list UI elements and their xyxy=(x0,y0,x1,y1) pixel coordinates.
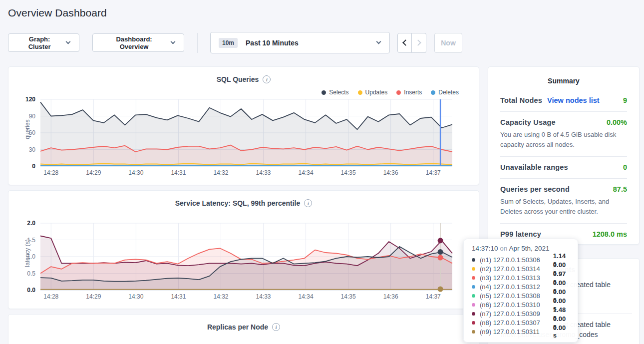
service-latency-panel: Service Latency: SQL, 99th percentile i … xyxy=(8,190,479,309)
chevron-down-icon xyxy=(376,39,381,44)
summary-panel: Summary Total Nodes View nodes list 9 Ca… xyxy=(488,66,640,245)
tooltip-rows: (n1) 127.0.0.1:503061.14 s(n2) 127.0.0.1… xyxy=(472,255,571,336)
tooltip-row: (n9) 127.0.0.1:503110.00 s xyxy=(472,327,571,336)
svg-text:0: 0 xyxy=(32,163,35,170)
time-range-badge: 10m xyxy=(219,38,238,48)
toolbar: Graph: Cluster Dashboard: Overview 10m P… xyxy=(8,32,462,53)
svg-text:14:34: 14:34 xyxy=(299,169,314,176)
unavailable-ranges-value: 0 xyxy=(623,163,627,171)
node-address: (n4) 127.0.0.1:50312 xyxy=(480,283,553,291)
time-range-label: Past 10 Minutes xyxy=(246,39,299,47)
svg-text:14:35: 14:35 xyxy=(341,293,356,300)
time-range-picker[interactable]: 10m Past 10 Minutes xyxy=(210,32,390,53)
chevron-down-icon xyxy=(171,39,176,44)
node-address: (n3) 127.0.0.1:50313 xyxy=(480,274,553,282)
svg-text:14:32: 14:32 xyxy=(213,169,228,176)
legend-color-dot xyxy=(431,90,435,95)
legend-item[interactable]: Updates xyxy=(358,89,388,96)
dashboard-dropdown-label: Dashboard: Overview xyxy=(102,35,166,50)
series-color-dot xyxy=(472,276,475,280)
svg-text:14:35: 14:35 xyxy=(341,169,356,176)
node-address: (n9) 127.0.0.1:50311 xyxy=(480,328,553,336)
sql-queries-legend: SelectsUpdatesInsertsDeletes xyxy=(322,89,459,96)
time-step-forward-button[interactable] xyxy=(412,33,426,53)
node-address: (n6) 127.0.0.1:50310 xyxy=(480,301,553,309)
series-color-dot xyxy=(472,267,475,271)
sql-queries-chart[interactable]: 030609012014:2814:2914:3014:3114:3214:33… xyxy=(8,67,480,186)
svg-text:14:30: 14:30 xyxy=(128,293,143,300)
summary-row-unavailable: Unavailable ranges 0 xyxy=(500,156,627,178)
summary-row-qps: Queries per second 87.5 Sum of Selects, … xyxy=(500,178,627,223)
legend-label: Selects xyxy=(329,89,348,96)
node-address: (n5) 127.0.0.1:50308 xyxy=(480,292,553,300)
unavailable-ranges-label: Unavailable ranges xyxy=(500,163,568,171)
node-address: (n2) 127.0.0.1:50314 xyxy=(480,265,553,273)
tooltip-timestamp: 14:37:10 on Apr 5th, 2021 xyxy=(472,245,571,252)
info-icon[interactable]: i xyxy=(263,75,271,83)
qps-subtext: Sum of Selects, Updates, Inserts, and De… xyxy=(500,197,627,216)
service-latency-chart[interactable]: 0.00.51.01.52.014:2814:2914:3014:3114:32… xyxy=(8,191,480,310)
legend-label: Deletes xyxy=(438,89,459,96)
svg-text:14:29: 14:29 xyxy=(86,169,101,176)
node-address: (n1) 127.0.0.1:50306 xyxy=(480,256,553,264)
legend-color-dot xyxy=(396,90,401,95)
chevron-down-icon xyxy=(66,39,71,44)
legend-item[interactable]: Inserts xyxy=(396,89,422,96)
service-latency-title: Service Latency: SQL, 99th percentile xyxy=(175,199,301,207)
svg-text:14:28: 14:28 xyxy=(43,169,58,176)
svg-text:14:31: 14:31 xyxy=(171,169,186,176)
capacity-value: 0.00% xyxy=(607,118,627,126)
svg-text:0.0: 0.0 xyxy=(27,287,35,294)
total-nodes-value: 9 xyxy=(623,96,627,104)
now-button[interactable]: Now xyxy=(434,33,462,53)
replicas-panel: Replicas per Node i xyxy=(8,314,479,344)
series-color-dot xyxy=(472,312,475,316)
p99-latency-label: P99 latency xyxy=(500,230,541,238)
node-latency-value: 0.00 s xyxy=(553,324,571,339)
series-color-dot xyxy=(472,258,475,262)
info-icon[interactable]: i xyxy=(304,199,312,207)
svg-text:14:33: 14:33 xyxy=(256,293,271,300)
sql-queries-panel: SQL Queries i SelectsUpdatesInsertsDelet… xyxy=(8,66,479,185)
qps-value: 87.5 xyxy=(613,185,627,193)
legend-label: Inserts xyxy=(404,89,422,96)
info-icon[interactable]: i xyxy=(272,323,280,331)
svg-text:14:36: 14:36 xyxy=(383,293,398,300)
time-step-buttons xyxy=(397,33,426,53)
svg-text:14:28: 14:28 xyxy=(43,293,58,300)
graph-dropdown-label: Graph: Cluster xyxy=(17,35,61,50)
toolbar-divider xyxy=(197,33,198,53)
node-address: (n7) 127.0.0.1:50309 xyxy=(480,310,553,318)
legend-item[interactable]: Deletes xyxy=(431,89,459,96)
y-axis-label: queries xyxy=(24,99,31,159)
summary-row-capacity: Capacity Usage 0.00% You are using 0 B o… xyxy=(500,111,627,156)
dashboard-dropdown[interactable]: Dashboard: Overview xyxy=(92,33,184,52)
legend-color-dot xyxy=(322,90,326,95)
svg-text:14:34: 14:34 xyxy=(299,293,314,300)
legend-color-dot xyxy=(358,90,362,95)
legend-item[interactable]: Selects xyxy=(322,89,348,96)
time-step-back-button[interactable] xyxy=(397,33,412,53)
node-address: (n8) 127.0.0.1:50307 xyxy=(480,319,553,327)
graph-dropdown[interactable]: Graph: Cluster xyxy=(8,33,79,52)
y-axis-label: latency (s) xyxy=(24,223,31,283)
summary-header: Summary xyxy=(500,74,627,90)
charts-column: SQL Queries i SelectsUpdatesInsertsDelet… xyxy=(8,66,479,344)
replicas-title: Replicas per Node xyxy=(207,323,268,331)
series-color-dot xyxy=(472,303,475,307)
series-color-dot xyxy=(472,321,475,325)
svg-text:14:31: 14:31 xyxy=(171,293,186,300)
svg-text:14:36: 14:36 xyxy=(383,169,398,176)
series-color-dot xyxy=(472,330,475,334)
svg-text:14:37: 14:37 xyxy=(426,293,441,300)
svg-text:14:30: 14:30 xyxy=(128,169,143,176)
capacity-subtext: You are using 0 B of 4.5 GiB usable disk… xyxy=(500,130,627,149)
view-nodes-list-link[interactable]: View nodes list xyxy=(547,96,600,104)
svg-text:14:32: 14:32 xyxy=(213,293,228,300)
summary-row-total-nodes: Total Nodes View nodes list 9 xyxy=(500,90,627,111)
chart-hover-tooltip: 14:37:10 on Apr 5th, 2021 (n1) 127.0.0.1… xyxy=(463,239,578,343)
chevron-left-icon xyxy=(402,39,409,46)
capacity-label: Capacity Usage xyxy=(500,118,556,126)
chevron-right-icon xyxy=(415,39,421,46)
sql-queries-title: SQL Queries xyxy=(217,75,259,83)
